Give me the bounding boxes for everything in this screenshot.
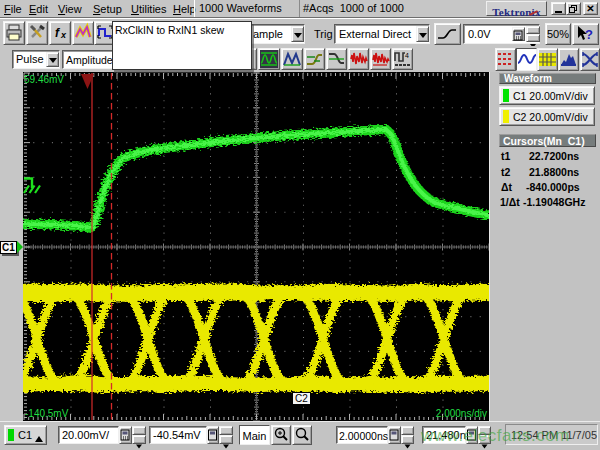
svg-text:x: x <box>60 30 67 40</box>
svg-text:4: 4 <box>405 52 409 59</box>
svg-text:f: f <box>55 26 60 40</box>
svg-text:?: ? <box>585 27 593 42</box>
